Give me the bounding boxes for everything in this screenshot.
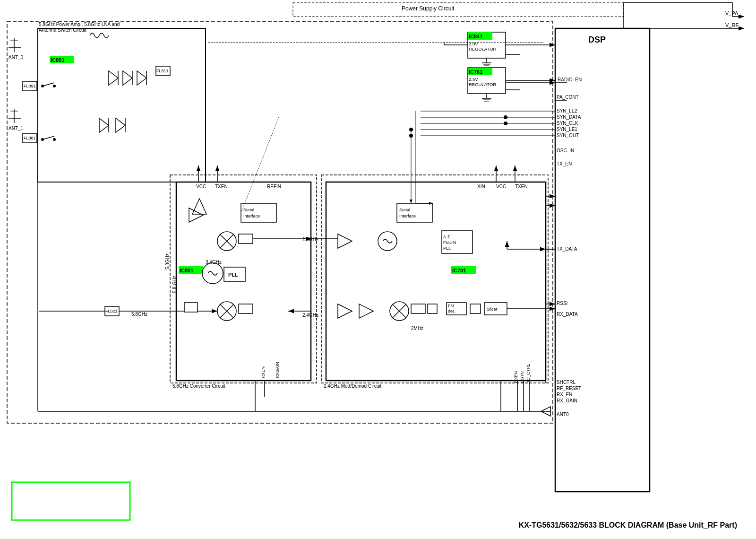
reg25-label2: REGULATOR	[469, 82, 496, 87]
rx-gain-label: RX_GAIN	[557, 398, 577, 403]
svg-rect-45	[241, 203, 276, 222]
svg-rect-55	[239, 304, 253, 313]
serial-if1-label1: Serial	[243, 208, 254, 212]
svg-marker-99	[192, 199, 206, 214]
delta-sigma-label2: Frac-N	[443, 240, 456, 245]
rssi-label: RSSI	[557, 301, 567, 306]
shctrl-label: SHCTRL	[557, 380, 576, 385]
delta-sigma-label3: PLL	[443, 246, 451, 251]
fm-det-label1: FM	[448, 304, 454, 308]
svg-marker-65	[338, 304, 352, 318]
svg-rect-73	[470, 304, 481, 313]
tx-data-label: TX_DATA	[557, 246, 577, 252]
svg-rect-70	[411, 304, 425, 313]
svg-rect-98	[12, 482, 130, 520]
vpa-label: V_PA	[725, 10, 739, 16]
serial-if2-label1: Serial	[399, 208, 410, 212]
reg30-label: 3.0V	[469, 41, 478, 46]
svg-line-80	[241, 117, 279, 213]
svg-rect-50	[239, 234, 253, 243]
svg-marker-40	[137, 71, 146, 85]
rx-en-label: RX_EN	[557, 392, 572, 397]
fl821-label: FL821	[105, 309, 118, 313]
reg30-label2: REGULATOR	[469, 46, 496, 52]
osc-in-label: OSC_IN	[557, 148, 574, 153]
syn-clk-label: SYN_CLK	[557, 121, 578, 126]
ant1-port-label: ANT_1	[9, 126, 24, 131]
pa-cont-label: PA_CONT	[557, 95, 579, 100]
svg-rect-60	[326, 182, 546, 381]
radio-en-label: RADIO_EN	[558, 77, 582, 82]
rx-data-label: RX_DATA	[557, 312, 578, 317]
rxen-label: RXEN	[261, 366, 266, 378]
vrf-label: V_RF	[725, 22, 739, 28]
svg-marker-103	[116, 118, 125, 132]
svg-point-110	[53, 138, 56, 141]
schematic-svg: Power Supply Circuit V_PA V_RF DSP IC841…	[0, 0, 756, 539]
vcc-ic701: VCC	[496, 184, 506, 189]
svg-point-109	[41, 138, 44, 141]
dsp-label: DSP	[588, 35, 606, 44]
fm-det-label2: det.	[448, 309, 455, 313]
diagram-container: Power Supply Circuit V_PA V_RF DSP IC841…	[0, 0, 756, 539]
svg-marker-46	[189, 208, 203, 222]
svg-marker-101	[99, 118, 109, 132]
svg-rect-100	[184, 303, 198, 312]
tc-ctrl-label: TC_CTRL	[526, 364, 531, 383]
freq58-vert-label: 5.8GHz	[165, 253, 170, 270]
pll-label: PLL	[228, 272, 238, 278]
freq58-rx-label: 5.8GHz	[131, 312, 147, 317]
ant0-port-label: ANT_0	[9, 55, 24, 60]
svg-point-106	[41, 85, 44, 87]
svg-point-96	[409, 128, 413, 131]
refin-ic801: REFIN	[267, 184, 281, 189]
ic761-label: IC761	[469, 69, 482, 75]
fl811-label: FL811	[156, 69, 169, 73]
footer-title: KX-TG5631/5632/5633 BLOCK DIAGRAM (Base …	[519, 521, 737, 530]
power-supply-label: Power Supply Circuit	[402, 5, 455, 12]
freq24-tx-label: 2.4GHz	[302, 237, 318, 242]
ic701-label: IC701	[452, 268, 466, 273]
syn-out-label: SYN_OUT	[557, 133, 579, 138]
freq58-vertical: 5.8 GHz	[172, 276, 177, 293]
fl881-label: FL881	[24, 136, 36, 140]
svg-marker-36	[109, 71, 118, 85]
rf-reset-label: RF_RESET	[557, 386, 581, 391]
svg-marker-66	[359, 304, 373, 318]
freq34-label: 3.4GHz	[206, 260, 222, 265]
fl891-label: FL891	[24, 84, 36, 88]
syn-le2-label: SYN_LE2	[557, 108, 577, 113]
ant0-label: ANT0	[557, 412, 569, 417]
syn-data-label: SYN_DATA	[557, 114, 581, 120]
svg-marker-38	[123, 71, 132, 85]
ic841-label: IC841	[469, 34, 482, 39]
svg-rect-2	[293, 2, 624, 17]
reg25-label: 2.5V	[469, 77, 478, 82]
svg-rect-61	[397, 203, 432, 222]
converter-label: 5.8GHz Converter Circuit	[172, 383, 225, 389]
txen-ic701: TXEN	[515, 184, 528, 189]
delta-sigma-label1: Δ-Σ	[443, 235, 450, 239]
svg-point-95	[504, 122, 507, 125]
txen-ic801: TXEN	[215, 184, 228, 189]
xin-label: XIN	[477, 184, 485, 189]
serial-if1-label2: Interface	[243, 214, 260, 218]
serial-if2-label2: Interface	[399, 214, 416, 218]
tx-en-label: TX_EN	[557, 161, 572, 166]
rxgain-label: RXGAIN	[275, 362, 280, 378]
syn-le1-label: SYN_LE1	[557, 127, 577, 132]
pa-description2: Antenna Switch Circuit	[39, 27, 86, 33]
vcc-ic801: VCC	[196, 184, 206, 189]
ic801-label: IC801	[180, 268, 193, 273]
svg-point-97	[409, 134, 413, 138]
svg-marker-62	[338, 234, 352, 248]
svg-rect-25	[38, 28, 206, 182]
svg-rect-58	[321, 175, 548, 383]
svg-line-105	[43, 83, 54, 86]
modem-label: 2.4GHz Mod/Demod Circuit	[324, 383, 381, 389]
svg-line-108	[43, 136, 54, 139]
pa-description: 5.8GHz Power Amp., 5.8GHz LNA and	[39, 22, 120, 27]
svg-point-94	[504, 115, 507, 119]
slicer-label: Slicer	[487, 307, 498, 312]
freq2mhz-label: 2MHz	[411, 326, 423, 331]
